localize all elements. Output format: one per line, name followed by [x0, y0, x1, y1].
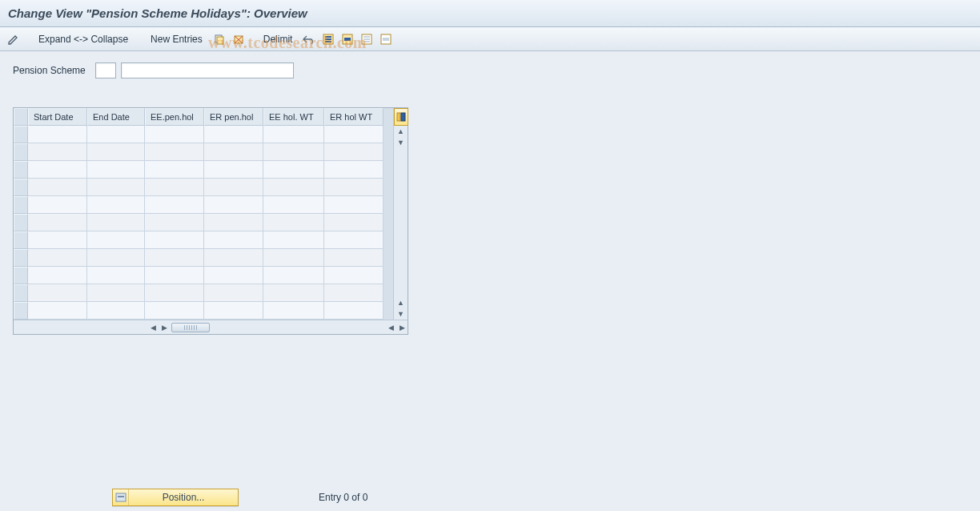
table-row[interactable]	[14, 302, 393, 320]
grid-cell[interactable]	[28, 249, 87, 267]
grid-cell[interactable]	[145, 267, 204, 284]
grid-cell[interactable]	[145, 214, 204, 231]
grid-cell[interactable]	[28, 231, 87, 249]
grid-cell[interactable]	[263, 249, 324, 267]
grid-column-header[interactable]: Start Date	[28, 108, 87, 126]
grid-cell[interactable]	[324, 302, 384, 320]
grid-cell[interactable]	[324, 196, 384, 214]
table-row[interactable]	[14, 231, 393, 249]
grid-cell[interactable]	[204, 179, 263, 196]
grid-cell[interactable]	[28, 267, 87, 284]
grid-cell[interactable]	[263, 284, 324, 302]
grid-cell[interactable]	[263, 231, 324, 249]
toggle-change-icon[interactable]	[6, 32, 21, 46]
grid-select-all[interactable]	[14, 108, 28, 126]
grid-cell[interactable]	[204, 267, 263, 284]
pension-scheme-desc-input[interactable]	[121, 62, 294, 78]
grid-cell[interactable]	[204, 249, 263, 267]
grid-cell[interactable]	[87, 179, 145, 196]
row-selector[interactable]	[14, 267, 28, 284]
row-selector[interactable]	[14, 196, 28, 214]
table-row[interactable]	[14, 267, 393, 284]
grid-cell[interactable]	[87, 196, 145, 214]
grid-cell[interactable]	[145, 161, 204, 179]
expand-collapse-button[interactable]: Expand <-> Collapse	[34, 32, 133, 46]
row-selector[interactable]	[14, 161, 28, 179]
deselect-block-icon[interactable]	[379, 32, 393, 46]
grid-cell[interactable]	[87, 284, 145, 302]
grid-cell[interactable]	[263, 302, 324, 320]
table-row[interactable]	[14, 143, 393, 161]
grid-cell[interactable]	[145, 126, 204, 143]
grid-cell[interactable]	[204, 196, 263, 214]
grid-cell[interactable]	[324, 267, 384, 284]
grid-cell[interactable]	[204, 214, 263, 231]
row-selector[interactable]	[14, 179, 28, 196]
grid-cell[interactable]	[87, 161, 145, 179]
scroll-right-icon-2[interactable]: ▶	[396, 322, 408, 333]
grid-cell[interactable]	[87, 302, 145, 320]
grid-cell[interactable]	[204, 126, 263, 143]
grid-cell[interactable]	[204, 231, 263, 249]
grid-cell[interactable]	[87, 126, 145, 143]
scroll-left-icon[interactable]: ◀	[147, 322, 159, 333]
scroll-up-icon[interactable]: ▲	[395, 126, 408, 137]
grid-cell[interactable]	[28, 161, 87, 179]
grid-cell[interactable]	[324, 284, 384, 302]
grid-cell[interactable]	[324, 179, 384, 196]
table-row[interactable]	[14, 126, 393, 143]
grid-cell[interactable]	[145, 231, 204, 249]
grid-cell[interactable]	[204, 161, 263, 179]
grid-cell[interactable]	[145, 143, 204, 161]
row-selector[interactable]	[14, 214, 28, 231]
delete-icon[interactable]	[231, 32, 246, 46]
grid-cell[interactable]	[263, 143, 324, 161]
grid-horizontal-scrollbar[interactable]: ◀ ▶ ◀ ▶	[14, 320, 408, 334]
grid-cell[interactable]	[145, 196, 204, 214]
table-row[interactable]	[14, 249, 393, 267]
grid-configure-icon[interactable]	[394, 108, 408, 126]
grid-cell[interactable]	[87, 143, 145, 161]
grid-cell[interactable]	[145, 302, 204, 320]
grid-cell[interactable]	[28, 214, 87, 231]
grid-cell[interactable]	[263, 161, 324, 179]
table-row[interactable]	[14, 284, 393, 302]
row-selector[interactable]	[14, 302, 28, 320]
grid-cell[interactable]	[87, 231, 145, 249]
row-selector[interactable]	[14, 126, 28, 143]
scroll-thumb[interactable]	[171, 323, 210, 332]
grid-column-header[interactable]: ER hol WT	[324, 108, 384, 126]
select-all-icon[interactable]	[321, 32, 335, 46]
grid-column-header[interactable]: End Date	[87, 108, 145, 126]
scroll-up-icon-2[interactable]: ▲	[395, 297, 408, 308]
grid-cell[interactable]	[28, 126, 87, 143]
row-selector[interactable]	[14, 284, 28, 302]
table-row[interactable]	[14, 161, 393, 179]
grid-column-header[interactable]: ER pen.hol	[204, 108, 263, 126]
undo-change-icon[interactable]	[302, 32, 316, 46]
grid-column-header[interactable]: EE.pen.hol	[145, 108, 204, 126]
scroll-down-icon[interactable]: ▼	[395, 137, 408, 148]
row-selector[interactable]	[14, 231, 28, 249]
grid-cell[interactable]	[324, 126, 384, 143]
table-row[interactable]	[14, 196, 393, 214]
grid-cell[interactable]	[324, 231, 384, 249]
grid-cell[interactable]	[204, 302, 263, 320]
grid-cell[interactable]	[324, 214, 384, 231]
row-selector[interactable]	[14, 143, 28, 161]
grid-cell[interactable]	[204, 143, 263, 161]
row-selector[interactable]	[14, 249, 28, 267]
grid-cell[interactable]	[145, 179, 204, 196]
new-entries-button[interactable]: New Entries	[146, 32, 207, 46]
grid-cell[interactable]	[263, 214, 324, 231]
scroll-down-icon-2[interactable]: ▼	[395, 308, 408, 320]
grid-cell[interactable]	[145, 249, 204, 267]
grid-cell[interactable]	[28, 284, 87, 302]
grid-cell[interactable]	[324, 143, 384, 161]
pension-scheme-code-input[interactable]	[95, 62, 116, 78]
table-row[interactable]	[14, 214, 393, 231]
grid-cell[interactable]	[28, 196, 87, 214]
table-row[interactable]	[14, 179, 393, 196]
scroll-left-icon-2[interactable]: ◀	[385, 322, 396, 333]
grid-cell[interactable]	[204, 284, 263, 302]
